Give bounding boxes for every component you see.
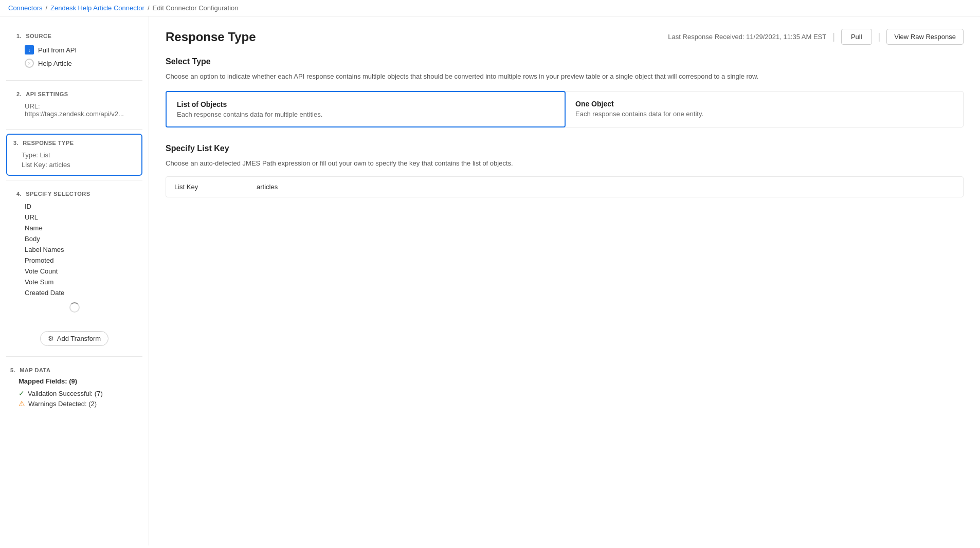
step-map-label: MAP DATA (20, 367, 50, 373)
select-type-title: Select Type (166, 57, 964, 66)
selector-vote-count: Vote Count (25, 266, 132, 277)
selector-created-date: Created Date (25, 287, 132, 298)
add-transform-button[interactable]: ⚙ Add Transform (40, 331, 108, 346)
step-source-label: SOURCE (26, 33, 51, 39)
warning-icon: ⚠ (19, 399, 25, 408)
breadcrumb-zendesk[interactable]: Zendesk Help Article Connector (50, 4, 144, 12)
step-source[interactable]: 1. SOURCE ↓ Pull from API × Help Article (6, 27, 142, 76)
selector-label-names: Label Names (25, 244, 132, 255)
list-key-row: List Key (166, 177, 963, 197)
check-icon: ✓ (19, 389, 25, 397)
sidebar: 1. SOURCE ↓ Pull from API × Help Article… (0, 16, 149, 545)
card-list-desc: Each response contains data for multiple… (177, 111, 554, 118)
step-response-number: 3. (13, 140, 19, 146)
step-source-header: 1. SOURCE (16, 33, 132, 39)
step-source-number: 1. (16, 33, 22, 39)
card-one-title: One Object (575, 100, 953, 108)
view-raw-button[interactable]: View Raw Response (886, 29, 964, 45)
header-divider-1: | (832, 31, 835, 42)
list-key-title: Specify List Key (166, 144, 964, 153)
breadcrumb-sep-2: / (148, 4, 150, 12)
validation-success-text: Validation Successful: (7) (28, 390, 103, 397)
breadcrumb-current: Edit Connector Configuration (153, 4, 239, 12)
step-map-data[interactable]: 5. MAP DATA Mapped Fields: (9) ✓ Validat… (0, 361, 149, 415)
validation-warning: ⚠ Warnings Detected: (2) (10, 398, 138, 409)
step-api-label: API SETTINGS (26, 91, 68, 97)
selector-promoted: Promoted (25, 255, 132, 266)
breadcrumb-sep-1: / (45, 4, 47, 12)
card-one-object[interactable]: One Object Each response contains data f… (565, 92, 963, 127)
header-divider-2: | (878, 31, 881, 42)
divider-2 (6, 129, 142, 130)
last-response-key: Last Response Received: (668, 33, 744, 41)
response-type-detail: Type: List (22, 150, 135, 160)
select-type-description: Choose an option to indicate whether eac… (166, 71, 964, 82)
validation-warning-text: Warnings Detected: (2) (28, 400, 97, 408)
step-selectors-number: 4. (16, 191, 22, 197)
step-response-label: RESPONSE TYPE (23, 140, 74, 146)
step-selectors-label: SPECIFY SELECTORS (26, 191, 90, 197)
response-list-key-detail: List Key: articles (22, 160, 135, 170)
step-api-header: 2. API SETTINGS (16, 91, 132, 97)
help-icon: × (25, 59, 34, 68)
selector-id: ID (25, 201, 132, 212)
source-help-item[interactable]: × Help Article (25, 57, 132, 70)
step-map-header: 5. MAP DATA (10, 367, 138, 373)
step-response-content: Type: List List Key: articles (13, 150, 135, 170)
step-selectors[interactable]: 4. SPECIFY SELECTORS ID URL Name Body La… (6, 185, 142, 323)
card-list-of-objects[interactable]: List of Objects Each response contains d… (166, 91, 566, 127)
divider-3 (6, 180, 142, 180)
source-pull-label: Pull from API (38, 46, 77, 54)
add-transform-section: ⚙ Add Transform (0, 325, 149, 352)
list-key-table: List Key (166, 176, 964, 197)
page-header: Response Type Last Response Received: 11… (166, 29, 964, 45)
step-response-header: 3. RESPONSE TYPE (13, 140, 135, 146)
page-title: Response Type (166, 30, 256, 44)
api-url: URL: https://tags.zendesk.com/api/v2... (25, 101, 132, 119)
list-key-input[interactable] (257, 183, 955, 191)
last-response-value: 11/29/2021, 11:35 AM EST (746, 33, 826, 41)
add-transform-label: Add Transform (57, 335, 101, 342)
list-key-section: Specify List Key Choose an auto-detected… (166, 144, 964, 198)
selector-vote-sum: Vote Sum (25, 277, 132, 287)
step-response-type[interactable]: 3. RESPONSE TYPE Type: List List Key: ar… (6, 134, 142, 176)
breadcrumb-connectors[interactable]: Connectors (8, 4, 42, 12)
selector-name: Name (25, 223, 132, 233)
validation-success: ✓ Validation Successful: (7) (10, 388, 138, 398)
step-map-number: 5. (10, 367, 15, 373)
divider-4 (6, 356, 142, 357)
pull-button[interactable]: Pull (841, 29, 872, 45)
transform-icon: ⚙ (48, 335, 54, 342)
last-response-label: Last Response Received: 11/29/2021, 11:3… (668, 33, 826, 41)
mapped-fields-count: Mapped Fields: (9) (10, 377, 138, 385)
step-api-content: URL: https://tags.zendesk.com/api/v2... (16, 101, 132, 119)
step-selectors-header: 4. SPECIFY SELECTORS (16, 191, 132, 197)
response-list-key-value: articles (49, 161, 70, 169)
response-type-key: Type: (22, 151, 38, 159)
source-help-label: Help Article (38, 60, 72, 67)
select-type-section: Select Type Choose an option to indicate… (166, 57, 964, 127)
api-url-value: https://tags.zendesk.com/api/v2... (25, 110, 124, 118)
card-one-desc: Each response contains data for one enti… (575, 110, 953, 118)
step-api-settings[interactable]: 2. API SETTINGS URL: https://tags.zendes… (6, 85, 142, 125)
list-key-description: Choose an auto-detected JMES Path expres… (166, 158, 964, 169)
type-cards: List of Objects Each response contains d… (166, 91, 964, 127)
source-pull-item[interactable]: ↓ Pull from API (25, 43, 132, 57)
response-list-key-key: List Key: (22, 161, 47, 169)
api-url-key: URL: (25, 102, 40, 110)
selector-url: URL (25, 212, 132, 223)
pull-icon: ↓ (25, 45, 34, 54)
header-actions: Last Response Received: 11/29/2021, 11:3… (668, 29, 964, 45)
card-list-title: List of Objects (177, 100, 554, 108)
response-type-value: List (40, 151, 50, 159)
breadcrumb: Connectors / Zendesk Help Article Connec… (0, 0, 980, 16)
step-source-content: ↓ Pull from API × Help Article (16, 43, 132, 70)
main-content: Response Type Last Response Received: 11… (149, 16, 980, 545)
selector-body: Body (25, 233, 132, 244)
list-key-label: List Key (174, 183, 257, 191)
step-api-number: 2. (16, 91, 22, 97)
selector-list: ID URL Name Body Label Names Promoted Vo… (16, 201, 132, 298)
layout: 1. SOURCE ↓ Pull from API × Help Article… (0, 16, 980, 545)
divider-1 (6, 80, 142, 81)
selector-spinner (16, 298, 132, 317)
